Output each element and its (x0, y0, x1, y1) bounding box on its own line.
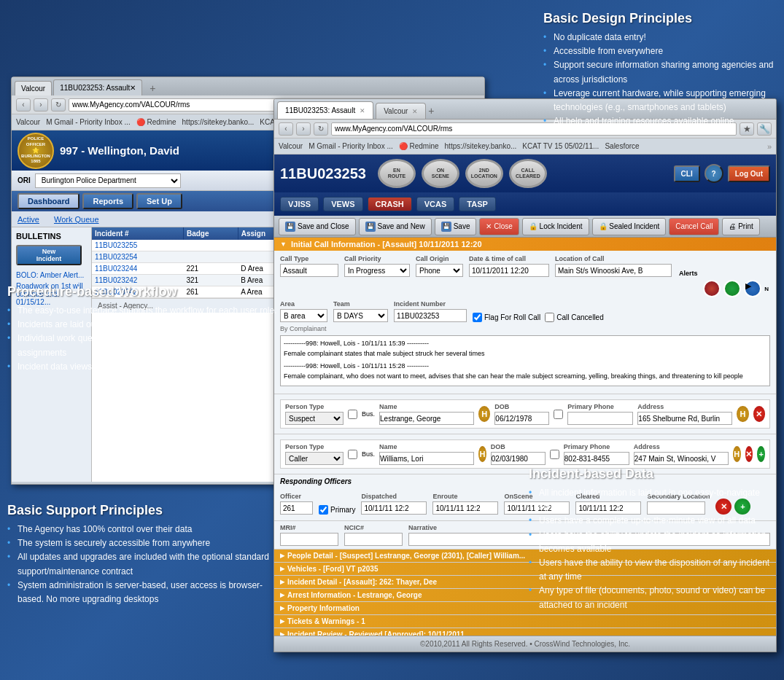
front-status-2ndloc-btn[interactable]: 2NDLOCATION (465, 159, 503, 188)
front-call-cancelled-checkbox[interactable] (545, 313, 554, 322)
front-person1-dob-checkbox[interactable] (554, 410, 563, 419)
front-officer-input[interactable] (280, 501, 313, 515)
front-crash-btn[interactable]: CRASH (368, 197, 412, 211)
back-setup-btn[interactable]: Set Up (136, 193, 182, 209)
front-logout-btn[interactable]: Log Out (728, 165, 770, 182)
front-tab-valcour-close[interactable]: ✕ (412, 108, 418, 115)
front-date-time-input[interactable] (469, 264, 549, 277)
front-person2-remove-btn[interactable]: ✕ (745, 446, 753, 462)
front-help-btn[interactable]: ? (705, 164, 723, 183)
front-person2-gold-btn[interactable]: H (478, 446, 486, 462)
front-location-group: Location of Call (555, 255, 672, 277)
front-lock-btn[interactable]: 🔒 Lock Incident (522, 218, 589, 235)
front-tasp-btn[interactable]: TASP (459, 197, 496, 211)
front-flag-roll-call-checkbox[interactable] (473, 313, 482, 322)
back-bulletin-1[interactable]: BOLO: Amber Alert... (16, 271, 87, 279)
front-person1-remove-btn[interactable]: ✕ (753, 406, 765, 422)
front-mri-input[interactable] (280, 533, 338, 546)
back-tab-close-icon[interactable]: ✕ (130, 84, 136, 92)
back-tab-new[interactable]: + (144, 81, 161, 95)
front-cancel-call-btn[interactable]: Cancel Call (669, 218, 719, 235)
list-item: All incident information is laid out in … (529, 486, 777, 514)
front-person1-type-select[interactable]: Suspect (285, 412, 344, 425)
back-bookmark-sitekey[interactable]: https://sitekey.banko... (182, 118, 255, 126)
front-person2-dob-input[interactable] (491, 452, 546, 465)
front-person1-addr-gold-btn[interactable]: H (737, 406, 748, 422)
front-bookmark-kcat[interactable]: KCAT TV 15 05/02/11... (522, 142, 599, 150)
back-tab-valcour[interactable]: Valcour (15, 81, 52, 95)
front-area-select[interactable]: B area (280, 309, 327, 322)
back-dashboard-btn[interactable]: Dashboard (18, 193, 79, 209)
back-new-incident-btn[interactable]: NewIncident (16, 245, 82, 265)
back-bookmark-valcour[interactable]: Valcour (16, 118, 40, 126)
front-nav-back-btn[interactable]: ‹ (279, 122, 293, 136)
back-bookmark-gmail[interactable]: M Gmail - Priority Inbox ... (46, 118, 131, 126)
back-nav-back-btn[interactable]: ‹ (16, 98, 31, 112)
front-vews-btn[interactable]: VEWS (323, 197, 362, 211)
front-print-btn[interactable]: 🖨 Print (722, 218, 759, 235)
front-vcas-btn[interactable]: VCAS (416, 197, 455, 211)
front-close-btn[interactable]: ✕ Close (479, 218, 519, 235)
front-person1-dob-input[interactable] (494, 412, 549, 425)
back-table-header-badge: Badge (183, 227, 238, 240)
front-bookmark-sitekey[interactable]: https://sitekey.banko... (445, 142, 517, 150)
front-tab-assault[interactable]: 11BU023253: Assault ✕ (277, 101, 373, 119)
front-cli-btn[interactable]: CLI (674, 165, 700, 182)
back-nav-forward-btn[interactable]: › (34, 98, 48, 112)
front-save-close-btn[interactable]: 💾 Save and Close (279, 218, 356, 235)
front-tab-new[interactable]: + (428, 103, 443, 119)
front-ncic-input[interactable] (344, 533, 403, 546)
back-ori-select[interactable]: Burlington Police Department (35, 173, 181, 188)
front-person2-addr-input[interactable] (634, 452, 729, 465)
front-person1-name-input[interactable] (379, 412, 474, 425)
front-status-enroute-btn[interactable]: ENROUTE (378, 159, 416, 188)
front-person1-addr-input[interactable] (637, 412, 732, 425)
front-incnum-input[interactable] (394, 309, 467, 322)
front-tab-assault-close[interactable]: ✕ (360, 107, 365, 114)
front-initial-call-header[interactable]: Initial Call Information - [Assault] 10/… (274, 238, 776, 251)
front-bookmark-redmine[interactable]: 🔴 Redmine (399, 142, 439, 150)
back-subnav-workqueue[interactable]: Work Queue (54, 215, 99, 224)
front-bookmark-valcour[interactable]: Valcour (279, 142, 303, 150)
front-call-priority-select[interactable]: In Progress (344, 264, 410, 277)
front-save-new-btn[interactable]: 💾 Save and New (359, 218, 432, 235)
front-call-type-input[interactable] (280, 264, 338, 277)
front-person1-phone-input[interactable] (567, 412, 633, 425)
back-nav-refresh-btn[interactable]: ↻ (51, 98, 66, 112)
front-sealed-btn[interactable]: 🔒 Sealed Incident (592, 218, 667, 235)
front-bookmarks-more[interactable]: » (767, 142, 772, 151)
front-tickets-header[interactable]: Tickets & Warnings - 1 (274, 615, 776, 628)
front-person2-dob-checkbox[interactable] (550, 450, 559, 459)
back-bookmark-redmine[interactable]: 🔴 Redmine (136, 118, 176, 126)
front-vjiss-btn[interactable]: VJISS (280, 197, 319, 211)
front-status-cleared-btn[interactable]: CALLCLEARED (509, 159, 547, 188)
front-alert-blue-btn[interactable]: ▶ (744, 280, 761, 297)
front-dispatched-input[interactable] (361, 501, 427, 515)
front-call-origin-select[interactable]: Phone (416, 264, 463, 277)
back-reports-btn[interactable]: Reports (82, 193, 133, 209)
front-person2-addr-gold-btn[interactable]: H (733, 446, 741, 462)
front-nav-forward-btn[interactable]: › (296, 122, 311, 136)
front-person2-add-btn[interactable]: + (757, 446, 765, 462)
front-nav-refresh-btn[interactable]: ↻ (314, 122, 328, 136)
front-bookmark-gmail[interactable]: M Gmail - Priority Inbox ... (308, 142, 393, 150)
front-bookmark-salesforce[interactable]: Salesforce (605, 142, 639, 150)
front-tab-valcour[interactable]: Valcour ✕ (376, 103, 426, 119)
front-save-btn[interactable]: 💾 Save (435, 218, 477, 235)
front-person1-checkbox[interactable] (348, 410, 357, 419)
front-team-select[interactable]: B DAYS (333, 309, 388, 322)
front-person1-gold-btn[interactable]: H (478, 406, 490, 422)
back-tab-assault[interactable]: 11BU023253: Assault ✕ (53, 79, 142, 95)
front-enroute-input[interactable] (432, 501, 498, 515)
front-primary-checkbox[interactable] (319, 505, 328, 515)
list-item: Leverage current hardware, while support… (543, 87, 777, 114)
front-person2-type-select[interactable]: Caller (285, 452, 344, 465)
front-status-onscene-btn[interactable]: ONSCENE (422, 159, 459, 188)
front-location-input[interactable] (555, 264, 672, 277)
front-person2-name-input[interactable] (379, 452, 474, 465)
front-person2-phone-input[interactable] (564, 452, 629, 465)
front-person2-checkbox[interactable] (348, 450, 357, 459)
back-subnav-active[interactable]: Active (18, 215, 39, 224)
front-alert-green-btn[interactable] (723, 280, 741, 297)
front-alert-red-btn[interactable] (703, 280, 721, 297)
